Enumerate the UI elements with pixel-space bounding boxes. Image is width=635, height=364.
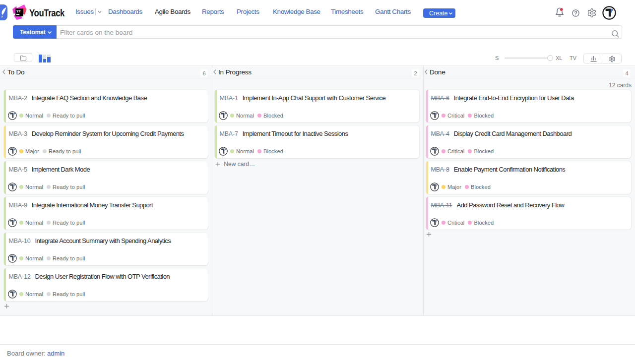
svg-text:YT: YT <box>16 9 21 13</box>
